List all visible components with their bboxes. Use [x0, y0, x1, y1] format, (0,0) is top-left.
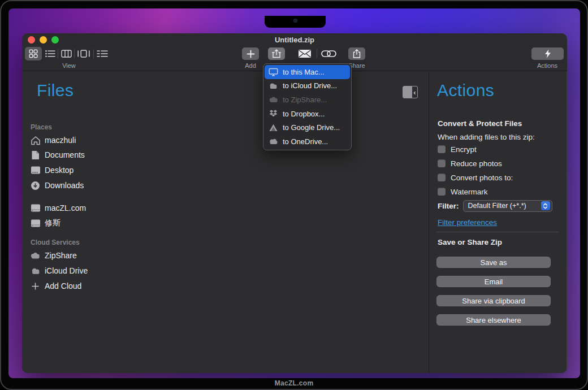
- window-title: Untitled.zip: [22, 36, 567, 44]
- onedrive-cloud-icon: [268, 138, 279, 145]
- device-bezel: Untitled.zip: [0, 0, 588, 390]
- sidebar-item-label: Desktop: [45, 166, 74, 175]
- document-icon: [30, 150, 41, 160]
- menu-item-label: to ZipShare...: [283, 96, 327, 104]
- outline-view-icon: [97, 50, 108, 58]
- convert-photos-checkbox[interactable]: [438, 174, 446, 181]
- section-divider: [436, 232, 559, 232]
- sidebar-item-home[interactable]: maczhuli: [30, 133, 76, 147]
- sidebar-item-desktop[interactable]: Desktop: [30, 163, 74, 177]
- plus-icon: [30, 283, 41, 290]
- google-drive-icon: [268, 124, 279, 132]
- share-via-clipboard-button[interactable]: Share via clipboard: [436, 295, 551, 306]
- sidebar-item-volume-maczl[interactable]: macZL.com: [30, 201, 86, 215]
- actions-button[interactable]: [531, 47, 564, 60]
- sidebar-toggle-button[interactable]: ‹: [403, 86, 418, 98]
- menu-item-to-icloud-drive[interactable]: to iCloud Drive...: [265, 79, 350, 93]
- menu-item-label: to this Mac...: [283, 68, 325, 76]
- email-zip-button[interactable]: [297, 47, 312, 60]
- save-as-button[interactable]: Save as: [436, 257, 551, 268]
- save-to-dropdown-menu: to this Mac... to iCloud Drive... to Zip…: [263, 63, 352, 150]
- checkbox-row-reduce-photos[interactable]: Reduce photos: [438, 157, 502, 170]
- add-files-button[interactable]: [242, 47, 259, 60]
- cloud-services-section-label: Cloud Services: [31, 236, 80, 249]
- toolbar-separator: [317, 49, 317, 58]
- sidebar-item-label: Documents: [45, 150, 85, 159]
- actions-heading: Actions: [437, 81, 494, 100]
- checkbox-label: Reduce photos: [451, 159, 502, 168]
- checkbox-row-encrypt[interactable]: Encrypt: [438, 142, 477, 156]
- files-heading: Files: [37, 81, 74, 100]
- watermark-checkbox[interactable]: [438, 188, 446, 196]
- checkbox-label: Watermark: [451, 188, 488, 196]
- filter-label: Filter:: [438, 202, 459, 210]
- share-elsewhere-button[interactable]: Share elsewhere: [436, 314, 551, 326]
- share-icon: [352, 49, 361, 59]
- actions-pane: Actions Convert & Protect Files When add…: [429, 72, 567, 373]
- gallery-view-icon: [77, 50, 90, 58]
- filter-preferences-link[interactable]: Filter preferences: [438, 218, 497, 227]
- menu-item-to-dropbox[interactable]: to Dropbox...: [265, 107, 350, 121]
- checkbox-row-watermark[interactable]: Watermark: [438, 185, 488, 198]
- downloads-icon: [30, 181, 41, 190]
- files-pane: Files ‹ Places maczhuli Documents: [22, 72, 429, 373]
- sidebar-item-label: macZL.com: [45, 203, 86, 213]
- cloud-icon: [268, 83, 279, 89]
- display-notch: [265, 16, 326, 28]
- sidebar-item-label: Downloads: [45, 181, 84, 190]
- view-outline-button[interactable]: [95, 47, 110, 60]
- toolbar-separator: [58, 49, 58, 58]
- menu-item-to-this-mac[interactable]: to this Mac...: [265, 65, 350, 79]
- sidebar-item-volume-xiusi[interactable]: 修斯: [30, 216, 60, 230]
- menu-item-label: to OneDrive...: [283, 137, 328, 146]
- cloud-icon: [268, 96, 279, 103]
- menu-item-to-onedrive[interactable]: to OneDrive...: [265, 135, 350, 149]
- sidebar-item-label: iCloud Drive: [45, 266, 88, 275]
- encrypt-checkbox[interactable]: [438, 145, 446, 153]
- reduce-photos-checkbox[interactable]: [438, 159, 446, 167]
- share-link-button[interactable]: [321, 47, 336, 60]
- sidebar-toggle-fill: [403, 86, 412, 98]
- toolbar-separator: [74, 49, 75, 58]
- columns-view-icon: [61, 50, 72, 58]
- link-icon: [321, 50, 336, 58]
- share-zip-button[interactable]: [348, 47, 365, 60]
- menu-item-to-zipshare[interactable]: to ZipShare...: [265, 93, 350, 107]
- sidebar-item-downloads[interactable]: Downloads: [30, 179, 84, 192]
- plus-icon: [247, 50, 255, 58]
- view-columns-button[interactable]: [59, 47, 73, 60]
- drive-icon: [30, 219, 41, 228]
- envelope-icon: [298, 49, 312, 58]
- add-group-label: Add: [245, 62, 256, 69]
- filter-select[interactable]: Default Filter (+*.*): [463, 200, 552, 212]
- view-grid-button[interactable]: [25, 47, 42, 60]
- sidebar-item-zipshare[interactable]: ZipShare: [30, 249, 77, 262]
- filter-selected-value: Default Filter (+*.*): [468, 202, 541, 210]
- view-gallery-button[interactable]: [76, 47, 92, 60]
- checkbox-row-convert-photos[interactable]: Convert photos to:: [438, 171, 513, 184]
- cloud-icon: [30, 267, 41, 275]
- checkbox-label: Encrypt: [451, 145, 477, 154]
- email-button[interactable]: Email: [436, 276, 551, 287]
- save-zip-to-button[interactable]: [268, 47, 285, 60]
- menu-item-label: to Google Drive...: [283, 123, 340, 132]
- sidebar-item-add-cloud[interactable]: Add Cloud: [30, 279, 81, 293]
- zipshare-clouds-icon: [30, 252, 41, 259]
- menu-item-label: to Dropbox...: [283, 110, 325, 118]
- view-list-button[interactable]: [44, 47, 57, 60]
- camera-icon: [293, 19, 297, 23]
- grid-view-icon: [29, 49, 38, 58]
- checkbox-label: Convert photos to:: [451, 174, 513, 182]
- sidebar-item-label: Add Cloud: [45, 281, 81, 291]
- view-group-label: View: [62, 62, 76, 69]
- save-share-title: Save or Share Zip: [438, 238, 502, 246]
- select-stepper-icon: [541, 201, 550, 210]
- desktop-wallpaper: Untitled.zip: [8, 8, 580, 378]
- sidebar-item-icloud-drive[interactable]: iCloud Drive: [30, 264, 88, 278]
- chevron-left-icon: ‹: [412, 86, 417, 98]
- menu-item-to-google-drive[interactable]: to Google Drive...: [265, 120, 350, 135]
- actions-group-label: Actions: [537, 62, 557, 69]
- display-icon: [268, 68, 279, 76]
- list-view-icon: [45, 50, 55, 58]
- sidebar-item-documents[interactable]: Documents: [30, 148, 85, 162]
